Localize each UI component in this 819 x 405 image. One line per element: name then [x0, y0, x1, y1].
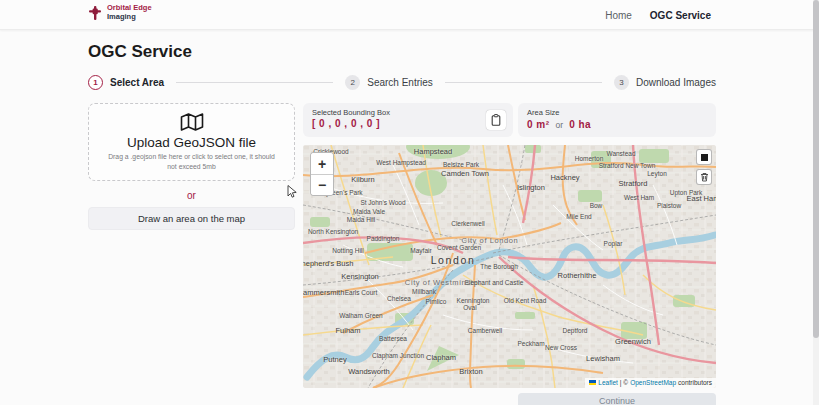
selected-bounding-box-panel: Selected Bounding Box [ 0 , 0 , 0 , 0 ]	[303, 103, 513, 137]
leaflet-map[interactable]: + − Leaflet | © OpenStreetMap contributo…	[303, 145, 716, 388]
step-connector	[445, 82, 602, 83]
step-2-label: Search Entries	[367, 77, 433, 88]
step-download-images[interactable]: 3 Download Images	[614, 75, 716, 90]
draw-area-button[interactable]: Draw an area on the map	[88, 207, 295, 230]
nav-links: Home OGC Service	[605, 0, 711, 30]
copy-bbox-button[interactable]	[486, 110, 506, 130]
clipboard-icon	[491, 114, 501, 126]
top-navbar: Orbital Edge Imaging Home OGC Service	[0, 0, 819, 30]
step-3-label: Download Images	[636, 77, 716, 88]
scrollbar-thumb[interactable]	[813, 0, 819, 338]
map-tiles	[303, 145, 716, 388]
scrollbar[interactable]	[813, 0, 819, 405]
continue-button[interactable]: Continue	[518, 393, 716, 405]
or-divider: or	[88, 190, 295, 201]
nav-item-ogc-service[interactable]: OGC Service	[650, 10, 711, 21]
area-ha-value: 0 ha	[569, 119, 591, 130]
zoom-in-button[interactable]: +	[311, 153, 333, 174]
ukraine-flag-icon	[589, 380, 596, 385]
upload-title: Upload GeoJSON file	[127, 135, 256, 150]
bounding-box-label: Selected Bounding Box	[312, 108, 504, 117]
area-size-panel: Area Size 0 m² or 0 ha	[518, 103, 716, 137]
step-search-entries[interactable]: 2 Search Entries	[345, 75, 433, 90]
draw-rectangle-button[interactable]	[696, 149, 712, 165]
area-size-values: 0 m² or 0 ha	[527, 118, 707, 130]
draw-rectangle-icon	[701, 154, 708, 161]
osm-link[interactable]: OpenStreetMap	[630, 379, 676, 386]
delete-shapes-button[interactable]	[696, 169, 712, 185]
stepper: 1 Select Area 2 Search Entries 3 Downloa…	[88, 73, 716, 91]
map-icon	[179, 112, 205, 132]
nav-item-home[interactable]: Home	[605, 10, 632, 21]
zoom-out-button[interactable]: −	[311, 174, 333, 195]
logo-text: Orbital Edge Imaging	[107, 4, 152, 21]
map-zoom-control: + −	[310, 152, 334, 196]
logo[interactable]: Orbital Edge Imaging	[88, 4, 152, 21]
geojson-dropzone[interactable]: Upload GeoJSON file Drag a .geojson file…	[88, 103, 295, 181]
step-select-area[interactable]: 1 Select Area	[88, 75, 164, 90]
attribution-suffix: contributors	[678, 379, 712, 386]
upload-hint: Drag a .geojson file here or click to se…	[107, 152, 277, 171]
step-2-circle: 2	[345, 75, 360, 90]
map-attribution: Leaflet | © OpenStreetMap contributors	[585, 378, 716, 388]
page-title: OGC Service	[88, 42, 192, 62]
bounding-box-value: [ 0 , 0 , 0 , 0 ]	[312, 118, 504, 129]
leaflet-link[interactable]: Leaflet	[598, 379, 618, 386]
step-connector	[176, 82, 333, 83]
step-3-circle: 3	[614, 75, 629, 90]
ogc-service-page: Orbital Edge Imaging Home OGC Service OG…	[0, 0, 819, 405]
trash-icon	[700, 172, 709, 182]
step-1-label: Select Area	[110, 77, 164, 88]
satellite-logo-icon	[88, 5, 102, 21]
logo-line2: Imaging	[107, 13, 152, 22]
step-1-circle: 1	[88, 75, 103, 90]
area-size-label: Area Size	[527, 108, 707, 117]
area-or-label: or	[556, 120, 564, 130]
map-draw-toolbar	[696, 149, 712, 185]
attribution-separator: | ©	[620, 379, 628, 386]
area-m2-value: 0 m²	[527, 119, 550, 130]
